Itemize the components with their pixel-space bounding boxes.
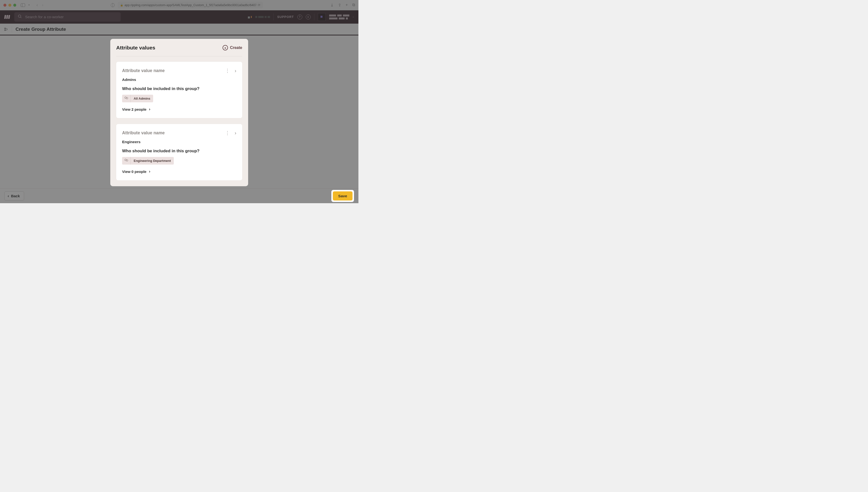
chip-label: All Admins: [131, 95, 153, 102]
view-people-label: View 0 people: [122, 170, 146, 174]
save-wrap: Save: [331, 190, 354, 202]
redacted-end: ▪: [353, 15, 354, 19]
divider: [274, 14, 274, 20]
back-label: Back: [11, 194, 20, 198]
more-menu-icon[interactable]: ⋮: [225, 130, 230, 136]
help-icon[interactable]: ?: [297, 15, 302, 20]
sidebar-toggle-icon[interactable]: [21, 3, 25, 7]
fullscreen-window-icon[interactable]: [13, 4, 16, 7]
address-bar[interactable]: 🔒 app.rippling.com/apps/custom-app/SAMLT…: [118, 2, 263, 8]
view-people-link[interactable]: View 2 people ›: [122, 107, 236, 112]
new-tab-icon[interactable]: +: [346, 3, 348, 7]
plus-circle-icon: +: [222, 45, 228, 50]
save-button[interactable]: Save: [333, 191, 353, 200]
redacted-nav: [248, 16, 252, 19]
group-chip[interactable]: Engineering Department: [122, 157, 174, 165]
svg-point-2: [308, 16, 308, 17]
svg-rect-4: [4, 30, 6, 30]
chevron-down-icon[interactable]: ▼: [28, 4, 30, 6]
people-icon: [122, 95, 131, 102]
accessibility-icon[interactable]: [306, 15, 311, 20]
redacted-nav-2: [255, 16, 270, 18]
forward-nav-icon[interactable]: ›: [42, 2, 43, 8]
attribute-value-name: Engineers: [122, 140, 236, 144]
card-title: Attribute values: [116, 45, 155, 51]
search-input[interactable]: [25, 15, 117, 19]
attribute-values-card: Attribute values + Create Attribute valu…: [110, 39, 248, 186]
attribute-value-item: Attribute value name ⋮ › Engineers Who s…: [116, 124, 242, 180]
minimize-window-icon[interactable]: [8, 4, 11, 7]
page-title: Create Group Attribute: [16, 27, 66, 32]
rippling-logo-icon[interactable]: [4, 15, 10, 19]
save-label: Save: [338, 194, 347, 198]
more-menu-icon[interactable]: ⋮: [225, 68, 230, 74]
svg-line-1: [20, 17, 21, 18]
people-icon: [122, 157, 131, 165]
close-window-icon[interactable]: [3, 4, 6, 7]
attribute-value-name: Admins: [122, 77, 236, 82]
app-header: SUPPORT ? ▪: [0, 10, 358, 24]
include-question: Who should be included in this group?: [122, 87, 236, 91]
chevron-right-icon: ›: [149, 169, 150, 174]
window-controls: [3, 4, 16, 7]
privacy-shield-icon[interactable]: [111, 3, 115, 7]
page-header: Create Group Attribute: [0, 24, 358, 35]
expand-icon[interactable]: ›: [235, 68, 236, 74]
view-people-link[interactable]: View 0 people ›: [122, 169, 236, 174]
chip-label: Engineering Department: [131, 157, 174, 165]
attribute-value-name-label: Attribute value name: [122, 130, 225, 136]
global-search[interactable]: [14, 12, 121, 22]
share-icon[interactable]: ⇪: [338, 3, 341, 7]
attribute-value-name-label: Attribute value name: [122, 68, 225, 73]
reload-icon[interactable]: ⟳: [258, 3, 260, 7]
view-people-label: View 2 people: [122, 107, 146, 112]
download-icon[interactable]: ⤓: [330, 3, 333, 7]
divider: [314, 14, 314, 20]
include-question: Who should be included in this group?: [122, 149, 236, 153]
create-label: Create: [230, 46, 242, 50]
search-icon: [18, 14, 22, 20]
back-button[interactable]: ‹ Back: [4, 191, 24, 200]
user-avatar[interactable]: [318, 13, 326, 21]
flow-icon[interactable]: [4, 27, 8, 31]
tabs-overview-icon[interactable]: ⧉: [352, 3, 355, 7]
svg-point-0: [18, 15, 21, 18]
attribute-value-item: Attribute value name ⋮ › Admins Who shou…: [116, 62, 242, 118]
support-link[interactable]: SUPPORT: [277, 15, 294, 19]
url-text: app.rippling.com/apps/custom-app/SAMLTes…: [124, 3, 256, 7]
create-button[interactable]: + Create: [222, 45, 242, 50]
svg-rect-3: [4, 28, 6, 28]
chevron-right-icon: ›: [149, 107, 150, 112]
back-nav-icon[interactable]: ‹: [37, 2, 38, 8]
browser-chrome: ▼ ‹ › 🔒 app.rippling.com/apps/custom-app…: [0, 0, 358, 10]
footer-bar: ‹ Back Save: [0, 189, 358, 203]
lock-icon: 🔒: [120, 4, 123, 6]
expand-icon[interactable]: ›: [235, 130, 236, 136]
group-chip[interactable]: All Admins: [122, 95, 153, 102]
redacted-user-info: [329, 15, 349, 20]
chevron-left-icon: ‹: [8, 194, 9, 198]
